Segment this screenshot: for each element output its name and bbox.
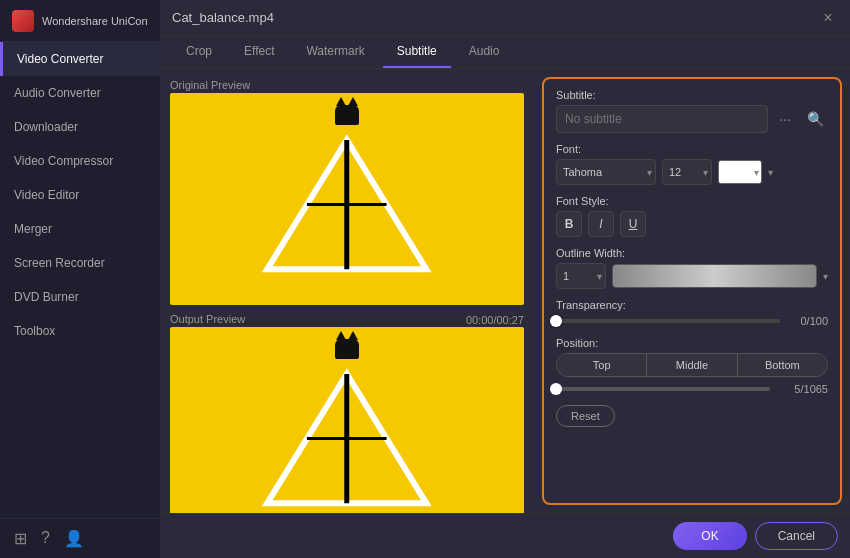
font-style-row: B I U [556, 211, 828, 237]
chevron-down-icon: ▾ [768, 167, 773, 178]
transparency-slider-row: 0/100 [556, 315, 828, 327]
tab-audio[interactable]: Audio [455, 36, 514, 68]
font-label: Font: [556, 143, 828, 155]
font-size-select-wrap: 12 14 16 18 [662, 159, 712, 185]
library-icon[interactable]: ⊞ [14, 529, 27, 548]
font-section: Font: Tahoma Arial Times New Roman 12 14 [556, 143, 828, 185]
position-buttons: Top Middle Bottom [556, 353, 828, 377]
sidebar-item-screen-recorder[interactable]: Screen Recorder [0, 246, 160, 280]
font-row: Tahoma Arial Times New Roman 12 14 16 18 [556, 159, 828, 185]
dialog-content: Original Preview [160, 69, 850, 513]
sidebar: Wondershare UniConverter Video Converter… [0, 0, 160, 558]
original-preview-video [170, 93, 524, 305]
chevron-down-icon-outline: ▾ [823, 271, 828, 282]
transparency-thumb [550, 315, 562, 327]
outline-section: Outline Width: 1 2 3 ▾ [556, 247, 828, 289]
sidebar-item-label: Video Compressor [14, 154, 113, 168]
tab-watermark[interactable]: Watermark [292, 36, 378, 68]
sidebar-item-label: Toolbox [14, 324, 55, 338]
reset-section: Reset [556, 405, 828, 427]
account-icon[interactable]: 👤 [64, 529, 84, 548]
dialog: Cat_balance.mp4 × Crop Effect Watermark … [160, 0, 850, 558]
position-slider[interactable] [556, 387, 770, 391]
dialog-title: Cat_balance.mp4 [172, 10, 274, 25]
position-thumb [550, 383, 562, 395]
position-bottom-button[interactable]: Bottom [738, 354, 827, 376]
sidebar-item-label: Video Editor [14, 188, 79, 202]
bold-button[interactable]: B [556, 211, 582, 237]
sidebar-item-toolbox[interactable]: Toolbox [0, 314, 160, 348]
position-middle-button[interactable]: Middle [647, 354, 737, 376]
font-size-select[interactable]: 12 14 16 18 [662, 159, 712, 185]
dialog-footer: OK Cancel [160, 513, 850, 558]
tab-bar: Crop Effect Watermark Subtitle Audio [160, 36, 850, 69]
sidebar-item-label: Merger [14, 222, 52, 236]
font-style-section: Font Style: B I U [556, 195, 828, 237]
sidebar-bottom: ⊞ ? 👤 [0, 518, 160, 558]
tab-crop[interactable]: Crop [172, 36, 226, 68]
position-top-button[interactable]: Top [557, 354, 647, 376]
position-label: Position: [556, 337, 828, 349]
sidebar-item-video-compressor[interactable]: Video Compressor [0, 144, 160, 178]
outline-row: 1 2 3 ▾ [556, 263, 828, 289]
outline-select[interactable]: 1 2 3 [556, 263, 606, 289]
transparency-slider[interactable] [556, 319, 780, 323]
sidebar-item-audio-converter[interactable]: Audio Converter [0, 76, 160, 110]
tab-subtitle[interactable]: Subtitle [383, 36, 451, 68]
ok-button[interactable]: OK [673, 522, 746, 550]
transparency-section: Transparency: 0/100 [556, 299, 828, 327]
original-preview-section: Original Preview [170, 79, 524, 305]
outline-label: Outline Width: [556, 247, 828, 259]
underline-button[interactable]: U [620, 211, 646, 237]
output-preview-section: Output Preview 00:00/00:27 [170, 313, 524, 513]
font-color-swatch[interactable] [718, 160, 762, 184]
sidebar-item-video-editor[interactable]: Video Editor [0, 178, 160, 212]
font-select-wrap: Tahoma Arial Times New Roman [556, 159, 656, 185]
help-icon[interactable]: ? [41, 529, 50, 548]
sidebar-item-label: DVD Burner [14, 290, 79, 304]
sidebar-item-downloader[interactable]: Downloader [0, 110, 160, 144]
app-logo [12, 10, 34, 32]
subtitle-selector-row: ··· 🔍 [556, 105, 828, 133]
output-time: 00:00/00:27 [466, 314, 524, 326]
preview-panel: Original Preview [160, 69, 534, 513]
original-preview-label: Original Preview [170, 79, 524, 91]
output-preview-video [170, 327, 524, 513]
position-value: 5/1065 [778, 383, 828, 395]
app-name: Wondershare UniConverter [42, 15, 148, 27]
outline-color-picker[interactable] [612, 264, 817, 288]
subtitle-search-button[interactable]: 🔍 [802, 106, 828, 132]
sidebar-item-dvd-burner[interactable]: DVD Burner [0, 280, 160, 314]
subtitle-label: Subtitle: [556, 89, 828, 101]
output-preview-label: Output Preview [170, 313, 245, 325]
position-section: Position: Top Middle Bottom 5/1065 [556, 337, 828, 395]
sidebar-item-merger[interactable]: Merger [0, 212, 160, 246]
sidebar-item-label: Screen Recorder [14, 256, 105, 270]
subtitle-panel: Subtitle: ··· 🔍 Font: Tahoma Arial Times… [542, 77, 842, 505]
dialog-titlebar: Cat_balance.mp4 × [160, 0, 850, 36]
subtitle-more-button[interactable]: ··· [772, 106, 798, 132]
font-style-label: Font Style: [556, 195, 828, 207]
cancel-button[interactable]: Cancel [755, 522, 838, 550]
transparency-value: 0/100 [788, 315, 828, 327]
font-select[interactable]: Tahoma Arial Times New Roman [556, 159, 656, 185]
reset-button[interactable]: Reset [556, 405, 615, 427]
subtitle-section: Subtitle: ··· 🔍 [556, 89, 828, 133]
outline-select-wrap: 1 2 3 [556, 263, 606, 289]
sidebar-item-label: Video Converter [17, 52, 104, 66]
sidebar-item-label: Audio Converter [14, 86, 101, 100]
sidebar-item-label: Downloader [14, 120, 78, 134]
sidebar-item-video-converter[interactable]: Video Converter [0, 42, 160, 76]
italic-button[interactable]: I [588, 211, 614, 237]
close-button[interactable]: × [818, 8, 838, 28]
transparency-label: Transparency: [556, 299, 828, 311]
subtitle-input[interactable] [556, 105, 768, 133]
font-color-wrap [718, 160, 762, 184]
position-slider-row: 5/1065 [556, 383, 828, 395]
app-header: Wondershare UniConverter [0, 0, 160, 42]
tab-effect[interactable]: Effect [230, 36, 288, 68]
